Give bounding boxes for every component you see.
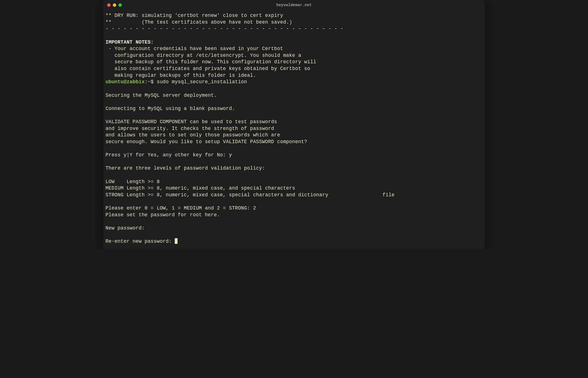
output-line: secure backup of this folder now. This c…: [106, 59, 316, 65]
output-line: Securing the MySQL server deployment.: [106, 93, 217, 98]
output-line: - - - - - - - - - - - - - - - - - - - - …: [106, 26, 343, 32]
prompt-path: ~: [148, 79, 151, 85]
reenter-prompt: Re-enter new password:: [106, 238, 175, 244]
password-prompt: New password:: [106, 225, 148, 231]
terminal-content[interactable]: ** DRY RUN: simulating 'certbot renew' c…: [103, 10, 485, 249]
output-line: Please set the password for root here.: [106, 212, 220, 218]
traffic-lights: [107, 3, 122, 7]
command-text: sudo mysql_secure_installation: [157, 79, 247, 85]
title-bar: heyvaldemar.net: [103, 0, 485, 10]
prompt-separator: :: [145, 79, 148, 85]
output-line: ** DRY RUN: simulating 'certbot renew' c…: [106, 13, 283, 18]
output-line: - Your account credentials have been sav…: [106, 46, 283, 51]
cursor-icon: [175, 238, 178, 244]
minimize-icon[interactable]: [113, 3, 116, 7]
output-line: MEDIUM Length >= 8, numeric, mixed case,…: [106, 185, 295, 191]
output-line: and allows the users to set only those p…: [106, 132, 280, 138]
output-line: Press y|Y for Yes, any other key for No:…: [106, 152, 232, 158]
output-line: and improve security. It checks the stre…: [106, 126, 274, 131]
output-line: secure enough. Would you like to setup V…: [106, 139, 307, 145]
output-line: ** (The test certificates above have not…: [106, 19, 292, 25]
output-line: making regular backups of this folder is…: [106, 73, 256, 78]
output-line: VALIDATE PASSWORD COMPONENT can be used …: [106, 119, 277, 125]
prompt-dollar: $: [151, 79, 157, 85]
important-notes-heading: IMPORTANT NOTES:: [106, 39, 154, 45]
output-line: Connecting to MySQL using a blank passwo…: [106, 106, 235, 111]
terminal-window: heyvaldemar.net ** DRY RUN: simulating '…: [103, 0, 485, 249]
output-line: STRONG Length >= 8, numeric, mixed case,…: [106, 192, 394, 198]
close-icon[interactable]: [107, 3, 111, 7]
prompt-user: ubuntu@zabbix: [106, 79, 145, 85]
output-line: configuration directory at /etc/letsencr…: [106, 53, 301, 58]
output-line: also contain certificates and private ke…: [106, 66, 310, 71]
maximize-icon[interactable]: [118, 3, 122, 7]
output-line: Please enter 0 = LOW, 1 = MEDIUM and 2 =…: [106, 205, 256, 211]
output-line: There are three levels of password valid…: [106, 165, 265, 171]
output-line: LOW Length >= 8: [106, 179, 160, 184]
window-title: heyvaldemar.net: [276, 3, 312, 7]
